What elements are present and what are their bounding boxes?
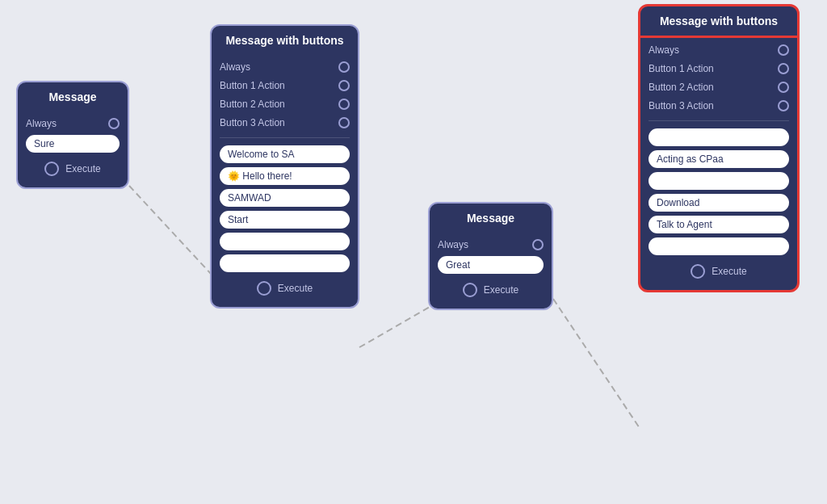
node2-always-dot[interactable] [338,61,350,73]
node2-btn3-dot[interactable] [338,117,350,128]
node-message-buttons-2[interactable]: Message with buttons Always Button 1 Act… [210,24,359,309]
node4-field3-empty[interactable] [649,172,789,190]
node2-title: Message with buttons [212,26,358,55]
node4-execute-label: Execute [712,266,746,277]
node2-field6-empty[interactable] [220,254,350,272]
node-message-buttons-4-selected[interactable]: Message with buttons Always Button 1 Act… [638,4,800,292]
node2-btn1-port: Button 1 Action [220,78,350,93]
node4-always-label: Always [649,44,679,56]
node3-always-port: Always [438,237,544,252]
node2-btn3-label: Button 3 Action [220,117,285,128]
node2-field5-empty[interactable] [220,233,350,250]
node3-always-dot[interactable] [532,239,544,250]
node4-btn1-port: Button 1 Action [649,61,789,76]
node2-always-port: Always [220,60,350,74]
svg-line-0 [129,186,212,275]
node1-execute-label: Execute [65,163,100,174]
node4-btn2-dot[interactable] [778,82,789,93]
node4-btn3-port: Button 3 Action [649,99,789,113]
node4-btn2-port: Button 2 Action [649,80,789,94]
node3-field[interactable]: Great [438,256,544,274]
node4-execute-dot[interactable] [691,264,705,279]
node2-btn2-label: Button 2 Action [220,99,285,110]
node4-btn2-label: Button 2 Action [649,82,714,93]
node1-always-label: Always [26,118,57,129]
node4-execute-row: Execute [649,259,789,282]
node1-always-dot[interactable] [108,118,120,129]
node2-btn2-port: Button 2 Action [220,97,350,111]
node3-execute-label: Execute [484,284,518,296]
node2-execute-label: Execute [278,283,313,294]
node1-field[interactable]: Sure [26,135,120,153]
node2-btn2-dot[interactable] [338,99,350,110]
node2-field4[interactable]: Start [220,211,350,229]
node4-title: Message with buttons [640,6,797,36]
svg-line-1 [359,307,430,347]
node-message-3[interactable]: Message Always Great Execute [428,202,553,310]
node4-always-dot[interactable] [778,44,789,56]
node4-field5-talk[interactable]: Talk to Agent [649,216,789,233]
node2-execute-dot[interactable] [257,281,271,296]
node2-field2[interactable]: 🌞 Hello there! [220,167,350,185]
node3-title: Message [430,204,552,233]
node2-field1[interactable]: Welcome to SA [220,145,350,163]
node3-execute-dot[interactable] [463,283,477,297]
node1-always-port: Always [26,116,120,131]
node4-field1-empty[interactable] [649,128,789,146]
node4-field6-empty[interactable] [649,237,789,255]
svg-line-2 [553,299,640,428]
node4-btn3-label: Button 3 Action [649,100,714,111]
node2-field3[interactable]: SAMWAD [220,189,350,207]
node2-execute-row: Execute [220,276,350,299]
node4-btn1-dot[interactable] [778,63,789,74]
node2-btn1-label: Button 1 Action [220,80,285,91]
node2-btn3-port: Button 3 Action [220,116,350,130]
node1-execute-dot[interactable] [44,162,59,176]
canvas: Message Always Sure Execute Message with… [0,0,827,504]
node1-title: Message [18,82,128,111]
node3-always-label: Always [438,239,468,250]
node4-field4-download[interactable]: Download [649,194,789,212]
node3-execute-row: Execute [438,278,544,300]
node2-always-label: Always [220,61,250,73]
node1-execute-row: Execute [26,157,120,179]
node-message-1[interactable]: Message Always Sure Execute [16,81,129,189]
node4-btn3-dot[interactable] [778,100,789,111]
node4-btn1-label: Button 1 Action [649,63,714,74]
node4-always-port: Always [649,43,789,57]
node4-field2[interactable]: Acting as CPaa [649,150,789,168]
node2-btn1-dot[interactable] [338,80,350,91]
